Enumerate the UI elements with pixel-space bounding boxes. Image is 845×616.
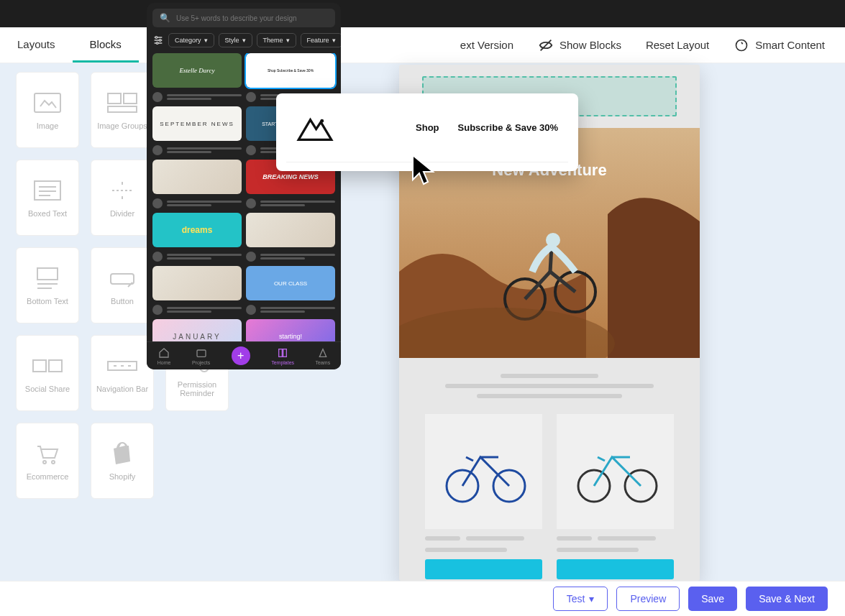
block-label: Ecommerce — [24, 472, 72, 481]
block-image-groups[interactable]: Image Groups — [91, 72, 154, 148]
canvas-text-block[interactable] — [399, 358, 700, 414]
block-icon — [31, 353, 64, 379]
save-button[interactable]: Save — [688, 587, 737, 611]
template-caption — [152, 92, 242, 102]
show-blocks-label: Show Blocks — [559, 39, 621, 51]
template-search[interactable]: 🔍 — [152, 9, 335, 27]
template-caption — [152, 145, 242, 155]
bnav-home[interactable]: Home — [157, 347, 171, 365]
svg-point-38 — [155, 37, 157, 39]
tab-blocks[interactable]: Blocks — [73, 27, 139, 63]
footer-action-bar: Test▾ Preview Save Save & Next — [0, 581, 845, 616]
template-card[interactable] — [246, 213, 335, 247]
block-label: Social Share — [22, 385, 73, 393]
block-label: Boxed Text — [25, 209, 70, 218]
bnav-projects[interactable]: Projects — [192, 347, 210, 365]
bnav-templates[interactable]: Templates — [271, 347, 294, 365]
svg-point-34 — [52, 461, 55, 464]
placeholder-line — [445, 384, 654, 388]
bnav-teams[interactable]: Teams — [316, 347, 331, 365]
block-ecommerce[interactable]: Ecommerce — [16, 423, 79, 499]
author-avatar-icon — [246, 252, 256, 262]
template-card[interactable]: Shop Subscribe & Save 30% — [246, 53, 335, 88]
author-avatar-icon — [246, 145, 256, 155]
block-label: Permission Reminder — [166, 380, 228, 397]
caret-down-icon: ▾ — [589, 593, 594, 604]
block-social-share[interactable]: Social Share — [16, 335, 79, 411]
banner-shop-link[interactable]: Shop — [416, 122, 439, 133]
tab-blocks-label: Blocks — [90, 38, 122, 50]
block-icon — [31, 441, 64, 466]
app-top-bar — [0, 0, 845, 27]
chevron-down-icon: ▾ — [204, 37, 208, 44]
product-cta-button[interactable] — [557, 559, 674, 579]
action-show-blocks[interactable]: Show Blocks — [538, 37, 621, 53]
block-navigation-bar[interactable]: Navigation Bar — [91, 335, 154, 411]
chevron-down-icon: ▾ — [286, 37, 290, 44]
filter-style[interactable]: Style▾ — [219, 33, 252, 47]
template-caption — [152, 305, 242, 315]
author-avatar-icon — [246, 305, 256, 315]
smart-content-icon — [734, 37, 749, 53]
action-reset-layout[interactable]: Reset Layout — [646, 39, 709, 51]
template-card[interactable]: SEPTEMBER NEWS — [152, 106, 242, 141]
block-button[interactable]: Button — [91, 247, 154, 323]
product-cta-button[interactable] — [425, 559, 542, 579]
product-card[interactable] — [557, 414, 674, 579]
tab-layouts[interactable]: Layouts — [0, 27, 73, 63]
block-shopify[interactable]: Shopify — [91, 423, 154, 499]
template-card[interactable]: Estelle Darcy — [152, 53, 242, 88]
preview-button[interactable]: Preview — [616, 587, 680, 611]
template-card[interactable]: dreams — [152, 213, 242, 247]
block-label: Image Groups — [94, 121, 150, 130]
template-card[interactable]: starting! — [246, 319, 335, 341]
filter-sliders-icon[interactable] — [152, 33, 164, 47]
svg-rect-21 — [111, 274, 134, 284]
action-text-version[interactable]: ext Version — [439, 37, 513, 53]
template-card[interactable]: OUR CLASS — [246, 266, 335, 300]
test-button[interactable]: Test▾ — [553, 587, 608, 611]
svg-rect-25 — [33, 360, 46, 372]
svg-rect-43 — [283, 349, 287, 357]
block-icon — [106, 90, 139, 116]
template-bottom-nav: Home Projects + Templates Teams — [147, 341, 341, 369]
svg-point-1 — [736, 40, 747, 50]
svg-rect-26 — [49, 360, 62, 372]
template-card[interactable] — [152, 160, 242, 194]
template-picker-popup: 🔍 Category▾ Style▾ Theme▾ Feature▾ Estel… — [147, 3, 341, 369]
block-label: Bottom Text — [24, 297, 71, 305]
bnav-add[interactable]: + — [232, 346, 250, 365]
block-boxed-text[interactable]: Boxed Text — [16, 160, 79, 236]
tab-layouts-label: Layouts — [17, 38, 55, 50]
svg-point-33 — [43, 461, 46, 464]
filter-category[interactable]: Category▾ — [168, 33, 214, 47]
drag-cursor-icon — [410, 152, 439, 187]
product-image — [557, 414, 674, 529]
svg-point-39 — [159, 40, 161, 42]
svg-rect-18 — [37, 268, 58, 280]
template-search-input[interactable] — [176, 14, 328, 22]
block-label: Shopify — [106, 472, 139, 481]
block-icon — [31, 265, 64, 291]
template-caption — [246, 252, 335, 262]
save-next-button[interactable]: Save & Next — [746, 587, 828, 611]
block-image[interactable]: Image — [16, 72, 79, 148]
template-caption — [152, 252, 242, 262]
product-card[interactable] — [425, 414, 542, 579]
svg-point-40 — [156, 42, 158, 45]
placeholder-line — [477, 394, 623, 398]
template-filters: Category▾ Style▾ Theme▾ Feature▾ — [147, 33, 341, 53]
reset-layout-label: Reset Layout — [646, 39, 709, 51]
filter-feature[interactable]: Feature▾ — [301, 33, 341, 47]
filter-theme[interactable]: Theme▾ — [257, 33, 296, 47]
template-caption — [246, 198, 335, 208]
template-card[interactable] — [152, 266, 242, 300]
author-avatar-icon — [152, 92, 163, 102]
product-row — [399, 414, 700, 581]
block-bottom-text[interactable]: Bottom Text — [16, 247, 79, 323]
banner-subscribe-link[interactable]: Subscribe & Save 30% — [458, 122, 558, 133]
author-avatar-icon — [246, 92, 256, 102]
action-smart-content[interactable]: Smart Content — [734, 37, 825, 53]
template-card[interactable]: JANUARY — [152, 319, 242, 341]
block-divider[interactable]: Divider — [91, 160, 154, 236]
